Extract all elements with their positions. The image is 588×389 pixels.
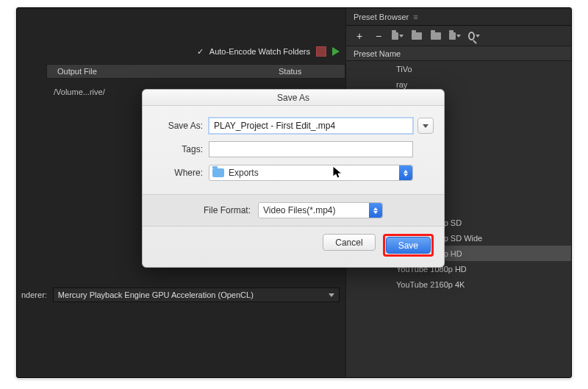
top-toolbar: ✓ Auto-Encode Watch Folders	[17, 43, 345, 60]
preset-browser-title-bar: Preset Browser ≡	[346, 8, 571, 26]
renderer-label: nderer:	[21, 290, 47, 299]
file-format-section: File Format: Video Files(*.mp4)	[143, 194, 444, 226]
import-button[interactable]	[430, 30, 442, 42]
renderer-row: nderer: Mercury Playback Engine GPU Acce…	[17, 286, 345, 304]
checkmark-icon: ✓	[197, 47, 204, 57]
renderer-value: Mercury Playback Engine GPU Acceleration…	[58, 290, 254, 299]
add-preset-button[interactable]	[354, 30, 365, 42]
search-icon[interactable]	[468, 30, 480, 42]
app-window: ✓ Auto-Encode Watch Folders Output File …	[16, 7, 572, 378]
stop-button[interactable]	[316, 46, 326, 57]
queue-list-header: Output File Status	[46, 64, 345, 79]
preset-browser-title: Preset Browser	[354, 13, 409, 21]
panel-menu-icon[interactable]: ≡	[413, 13, 417, 21]
dialog-title: Save As	[143, 90, 444, 106]
tags-input[interactable]	[209, 141, 413, 157]
preset-browser-toolbar	[346, 26, 571, 46]
folder-button-1[interactable]	[411, 30, 423, 42]
save-as-label: Save As:	[153, 121, 209, 131]
save-as-dialog: Save As Save As: Tags: Where: Exports	[142, 89, 445, 268]
where-value: Exports	[229, 168, 259, 178]
play-button[interactable]	[332, 47, 340, 56]
save-as-input[interactable]	[209, 118, 413, 134]
preset-name-header[interactable]: Preset Name	[346, 46, 571, 61]
where-label: Where:	[153, 168, 209, 178]
folder-icon	[212, 168, 224, 177]
dropdown-icon	[369, 203, 382, 218]
cancel-button[interactable]: Cancel	[323, 234, 375, 251]
chevron-down-icon	[329, 293, 334, 297]
chevron-down-icon	[423, 124, 429, 128]
renderer-select[interactable]: Mercury Playback Engine GPU Acceleration…	[53, 288, 340, 302]
remove-preset-button[interactable]	[373, 30, 384, 42]
auto-encode-label[interactable]: Auto-Encode Watch Folders	[209, 47, 310, 56]
list-item[interactable]: YouTube 2160p 4K	[346, 276, 571, 292]
where-select[interactable]: Exports	[209, 165, 413, 181]
tags-label: Tags:	[153, 144, 209, 154]
output-file-path[interactable]: /Volume...rive/	[54, 88, 105, 96]
new-folder-button[interactable]	[392, 30, 404, 42]
save-button-highlight: Save	[383, 234, 434, 257]
file-format-label: File Format:	[204, 205, 251, 215]
export-button[interactable]	[449, 30, 461, 42]
file-format-value: Video Files(*.mp4)	[263, 205, 335, 215]
list-item[interactable]: TiVo	[346, 61, 571, 76]
column-output-file[interactable]: Output File	[47, 67, 279, 76]
file-format-select[interactable]: Video Files(*.mp4)	[258, 202, 383, 218]
save-button[interactable]: Save	[386, 237, 431, 254]
expand-button[interactable]	[417, 118, 434, 134]
column-status[interactable]: Status	[279, 67, 345, 76]
dropdown-icon	[399, 165, 412, 180]
